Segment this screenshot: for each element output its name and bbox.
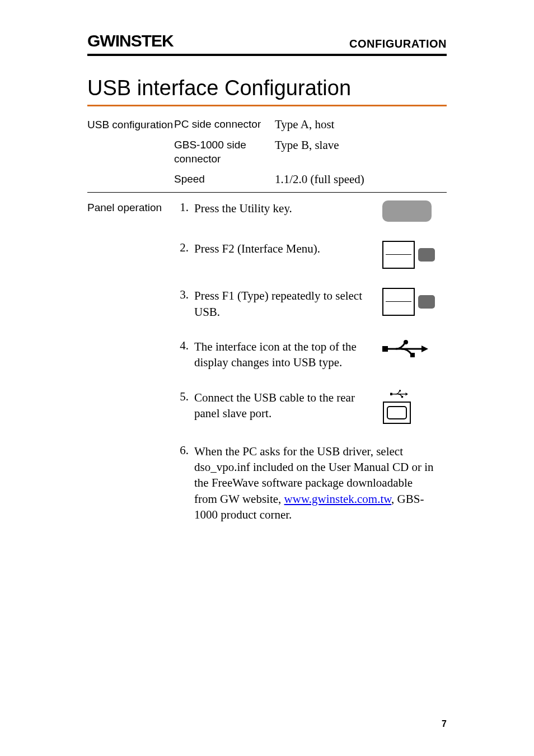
utility-key-icon xyxy=(382,200,447,222)
usb-config-section: USB configuration PC side connector Type… xyxy=(87,110,447,193)
step-text: Press the Utility key. xyxy=(194,200,377,216)
svg-marker-2 xyxy=(421,346,428,352)
step-number: 3. xyxy=(174,288,189,302)
page-header: GWINSTEK CONFIGURATION xyxy=(87,31,447,56)
step-item: 1. Press the Utility key. xyxy=(174,200,447,222)
usb-port-icon xyxy=(382,390,447,424)
step-item: 3. Press F1 (Type) repeatedly to select … xyxy=(174,288,447,320)
step-text: Press F2 (Interface Menu). xyxy=(194,241,377,256)
step-text: The interface icon at the top of the dis… xyxy=(194,339,377,371)
step-number: 6. xyxy=(174,444,189,458)
content: USB configuration PC side connector Type… xyxy=(87,110,447,547)
steps-list: 1. Press the Utility key. 2. Press F2 (I… xyxy=(174,200,447,542)
screen-softkey-icon xyxy=(382,241,447,269)
step-item: 6. When the PC asks for the USB driver, … xyxy=(174,444,447,523)
step-text: Connect the USB cable to the rear panel … xyxy=(194,390,377,422)
row-value: Type A, host xyxy=(275,118,334,132)
gw-website-link[interactable]: www.gwinstek.com.tw xyxy=(284,492,392,506)
svg-rect-9 xyxy=(401,396,403,398)
svg-rect-1 xyxy=(382,346,388,352)
step-item: 4. The interface icon at the top of the … xyxy=(174,339,447,371)
header-section-label: CONFIGURATION xyxy=(349,38,447,50)
step-text: When the PC asks for the USB driver, sel… xyxy=(194,444,441,523)
panel-operation-section: Panel operation 1. Press the Utility key… xyxy=(87,193,447,547)
row-label: PC side connector xyxy=(174,118,275,132)
step-text: Press F1 (Type) repeatedly to select USB… xyxy=(194,288,377,320)
svg-rect-6 xyxy=(390,393,392,395)
usb-config-table: PC side connector Type A, host GBS-1000 … xyxy=(174,118,447,186)
svg-point-3 xyxy=(404,340,408,344)
row-label: GBS-1000 side connector xyxy=(174,138,275,166)
step-number: 1. xyxy=(174,200,189,214)
usb-config-label: USB configuration xyxy=(87,118,174,186)
brand-logo: GWINSTEK xyxy=(87,31,174,50)
row-value: 1.1/2.0 (full speed) xyxy=(275,172,364,186)
table-row: Speed 1.1/2.0 (full speed) xyxy=(174,172,447,186)
step-number: 2. xyxy=(174,241,189,255)
usb-trident-icon xyxy=(382,339,447,358)
page-number: 7 xyxy=(442,719,447,729)
page-title: USB interface Configuration xyxy=(87,76,447,106)
row-value: Type B, slave xyxy=(275,138,339,166)
panel-op-label: Panel operation xyxy=(87,200,174,542)
screen-softkey-icon xyxy=(382,288,447,316)
table-row: PC side connector Type A, host xyxy=(174,118,447,132)
step-number: 5. xyxy=(174,390,189,404)
row-label: Speed xyxy=(174,172,275,186)
table-row: GBS-1000 side connector Type B, slave xyxy=(174,138,447,166)
svg-rect-4 xyxy=(410,353,415,357)
brand-text: GWINSTEK xyxy=(87,31,174,50)
step-number: 4. xyxy=(174,339,189,353)
step-item: 5. Connect the USB cable to the rear pan… xyxy=(174,390,447,424)
svg-marker-7 xyxy=(406,393,408,396)
svg-point-8 xyxy=(399,390,401,391)
svg-rect-11 xyxy=(387,407,406,419)
step-item: 2. Press F2 (Interface Menu). xyxy=(174,241,447,269)
